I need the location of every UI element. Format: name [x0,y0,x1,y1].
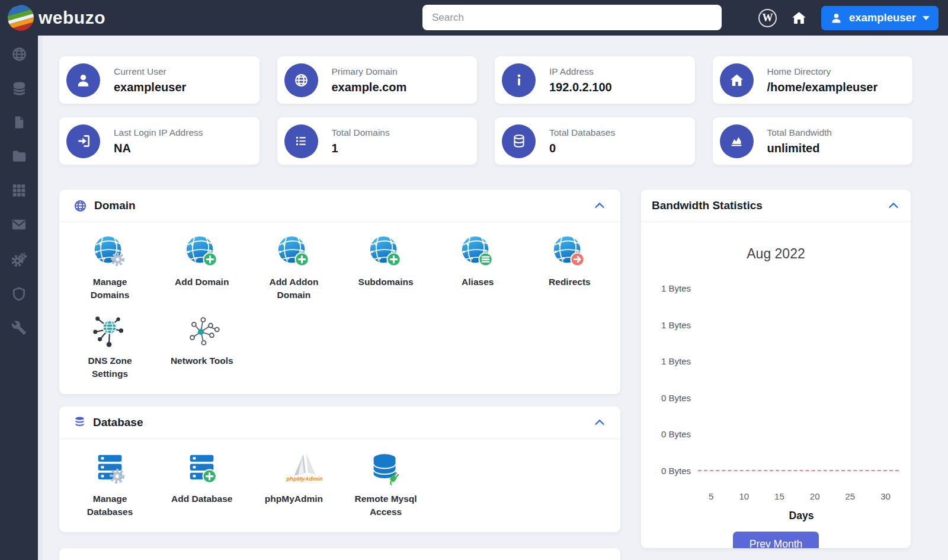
sidebar-item-email[interactable] [11,216,27,233]
content-scrollbar-track[interactable] [38,36,43,560]
stat-label: Total Bandwidth [767,127,832,138]
domain-panel-title: Domain [94,199,136,212]
chart-title: Aug 2022 [652,246,900,262]
sidebar-item-files[interactable] [12,115,27,130]
bandwidth-chart: Aug 2022 1 Bytes 1 Bytes 1 Bytes 0 Bytes… [641,246,911,548]
globe-list-icon [459,234,496,271]
tool-label: Subdomains [358,276,414,289]
tool-add-domain[interactable]: Add Domain [156,234,248,302]
stat-value: /home/exampleuser [767,81,878,94]
user-menu-label: exampleuser [849,11,916,24]
database-icon [73,416,86,428]
stat-label: Total Domains [332,127,390,138]
x-axis-label: Days [703,510,900,522]
y-tick-label: 1 Bytes [652,283,698,293]
svg-text:phpMyAdmin: phpMyAdmin [286,475,322,482]
x-tick: 10 [739,491,749,501]
network-nodes-icon [184,313,220,350]
tool-label: Manage Domains [73,276,147,302]
collapse-chevron-icon[interactable] [593,199,606,212]
domain-panel: Domain [59,190,620,394]
database-panel-title: Database [93,416,143,429]
stat-label: Current User [114,66,186,77]
tool-subdomains[interactable]: Subdomains [340,234,432,302]
next-panel-partial [59,548,620,560]
card-home-directory: Home Directory /home/exampleuser [713,56,913,104]
stat-value: unlimited [767,142,832,155]
tool-label: Manage Databases [73,492,147,519]
tool-add-addon-domain[interactable]: Add Addon Domain [248,234,340,302]
tool-manage-domains[interactable]: Manage Domains [64,234,156,302]
topbar-actions: W exampleuser [758,0,939,36]
tool-network-tools[interactable]: Network Tools [156,313,248,381]
tool-label: Network Tools [171,354,233,367]
tool-add-database[interactable]: Add Database [156,451,248,519]
bandwidth-panel-header: Bandwidth Statistics [641,190,911,222]
database-panel: Database [59,407,620,532]
webuzo-sphere-icon [7,4,34,31]
y-tick-label: 0 Bytes [652,393,698,403]
wordpress-icon[interactable]: W [758,9,777,27]
webuzo-logo[interactable]: webuzo [7,4,105,31]
info-icon [502,63,536,97]
card-last-login-ip: Last Login IP Address NA [59,117,260,165]
tool-label: Redirects [549,276,591,289]
globe-plus-icon [184,234,220,271]
tool-aliases[interactable]: Aliases [432,234,524,302]
tool-redirects[interactable]: Redirects [524,234,616,302]
stats-cards: Current User exampleuser Primary Domain … [59,56,912,165]
tool-label: phpMyAdmin [265,492,323,505]
sidebar-item-apps[interactable] [11,183,27,198]
card-total-domains: Total Domains 1 [277,117,478,165]
server-plus-icon [184,451,220,488]
stat-value: example.com [332,81,407,94]
domain-panel-header: Domain [59,190,620,222]
collapse-chevron-icon[interactable] [593,416,606,429]
search-input[interactable] [422,5,722,30]
home-icon[interactable] [791,10,807,26]
collapse-chevron-icon[interactable] [887,199,900,212]
sidebar-item-security[interactable] [11,286,27,302]
list-icon [284,124,318,158]
stat-value: 1 [332,142,390,155]
database-panel-header: Database [59,407,620,439]
globe-icon [73,199,87,213]
stat-label: Primary Domain [332,66,407,77]
database-tools-grid: Manage Databases [59,439,620,532]
globe-gear-icon [92,234,129,271]
database-plug-icon [367,451,404,488]
caret-down-icon [923,16,930,20]
prev-month-button[interactable]: Prev Month [733,532,819,548]
topbar: webuzo W exampleuser [0,0,948,36]
tool-label: Remote Mysql Access [349,492,423,519]
x-tick: 5 [709,491,713,501]
stat-label: IP Address [549,66,612,77]
x-tick: 15 [774,491,784,501]
sidebar-item-database[interactable] [11,81,27,97]
card-current-user: Current User exampleuser [59,56,260,104]
sidebar-item-utilities[interactable] [11,320,27,335]
tool-dns-zone-settings[interactable]: DNS Zone Settings [64,313,156,381]
sidebar-item-settings[interactable] [11,251,27,268]
user-menu-button[interactable]: exampleuser [821,6,939,30]
tool-remote-mysql-access[interactable]: Remote Mysql Access [340,451,432,519]
database-icon [502,124,536,158]
server-gear-icon [92,451,129,488]
globe-icon [284,63,318,97]
tool-manage-databases[interactable]: Manage Databases [64,451,156,519]
y-tick-label: 0 Bytes [652,466,698,476]
card-ip-address: IP Address 192.0.2.100 [495,56,695,104]
home-icon [720,63,754,97]
user-icon [830,12,843,24]
x-tick: 30 [880,491,891,501]
tool-label: Aliases [462,276,494,289]
y-tick-label: 1 Bytes [652,320,698,330]
tool-phpmyadmin[interactable]: phpMyAdmin phpMyAdmin [248,451,340,519]
tool-label: DNS Zone Settings [73,354,147,381]
main-content: Current User exampleuser Primary Domain … [43,36,948,560]
y-tick-label: 0 Bytes [652,429,698,439]
area-chart-icon [720,124,754,158]
globe-arrow-icon [551,234,588,271]
sidebar-item-domain[interactable] [11,46,27,62]
sidebar-item-folders[interactable] [11,148,27,164]
